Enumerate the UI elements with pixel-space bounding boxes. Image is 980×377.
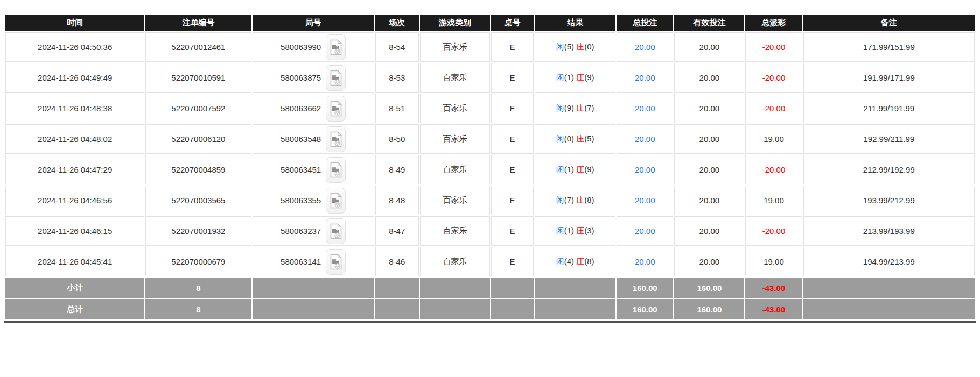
result-player-label: 闲 — [556, 103, 564, 112]
result-player-label: 闲 — [556, 195, 564, 204]
cell-valid-bet: 20.00 — [674, 124, 744, 154]
result-banker-label: 庄 — [576, 134, 584, 143]
result-banker-label: 庄 — [576, 165, 584, 174]
video-replay-button[interactable] — [326, 34, 346, 60]
cell-game-type: 百家乐 — [420, 124, 490, 154]
summary-count: 8 — [145, 278, 251, 298]
video-replay-button[interactable] — [326, 188, 346, 214]
cell-valid-bet: 20.00 — [674, 63, 744, 93]
cell-round-id: 580063662 — [253, 94, 374, 123]
cell-remark: 193.99/212.99 — [803, 186, 975, 215]
result-player-label: 闲 — [556, 226, 564, 235]
round-id-value: 580063548 — [281, 134, 321, 144]
video-icon — [330, 131, 342, 147]
col-header-result: 结果 — [535, 15, 615, 31]
summary-count: 8 — [145, 299, 251, 319]
result-player-label: 闲 — [556, 42, 564, 51]
result-banker-label: 庄 — [576, 103, 584, 112]
table-row: 2024-11-26 04:48:38 522070007592 5800636… — [5, 94, 975, 123]
cell-session: 8-49 — [375, 155, 419, 184]
cell-remark: 213.99/193.99 — [803, 216, 975, 246]
cell-session: 8-51 — [375, 94, 419, 123]
cell-session: 8-54 — [375, 32, 419, 62]
video-icon — [330, 254, 342, 270]
cell-total-bet: 20.00 — [617, 32, 673, 62]
result-banker-score: (8) — [584, 195, 594, 204]
video-replay-button[interactable] — [326, 157, 346, 183]
video-replay-button[interactable] — [326, 96, 346, 122]
cell-session: 8-53 — [375, 63, 419, 93]
summary-total-bet: 160.00 — [617, 299, 673, 319]
cell-valid-bet: 20.00 — [674, 94, 744, 123]
cell-game-type: 百家乐 — [420, 216, 490, 246]
result-banker-score: (7) — [584, 103, 594, 112]
cell-valid-bet: 20.00 — [674, 155, 744, 184]
cell-result: 闲(5) 庄(0) — [535, 32, 615, 62]
cell-session: 8-46 — [375, 247, 419, 276]
table-row: 2024-11-26 04:50:36 522070012461 5800639… — [5, 32, 975, 62]
summary-empty-cell — [253, 299, 374, 319]
cell-table-no: E — [491, 32, 534, 62]
video-icon — [330, 101, 342, 117]
col-header-round-id: 局号 — [253, 15, 374, 31]
cell-round-id: 580063451 — [253, 155, 374, 184]
round-id-value: 580063237 — [281, 226, 321, 236]
result-player-score: (1) — [564, 165, 577, 174]
result-banker-label: 庄 — [576, 195, 584, 204]
summary-empty-cell — [535, 299, 615, 319]
cell-remark: 194.99/213.99 — [803, 247, 975, 276]
cell-time: 2024-11-26 04:46:15 — [5, 216, 144, 246]
video-replay-button[interactable] — [326, 65, 346, 91]
cell-game-type: 百家乐 — [420, 155, 490, 184]
cell-total-payout: -20.00 — [745, 32, 802, 62]
round-id-value: 580063355 — [281, 196, 321, 205]
cell-valid-bet: 20.00 — [674, 186, 744, 215]
round-id-value: 580063141 — [281, 257, 321, 266]
result-banker-score: (0) — [584, 42, 594, 51]
cell-table-no: E — [491, 247, 534, 276]
cell-result: 闲(1) 庄(9) — [535, 155, 615, 184]
result-player-score: (5) — [564, 42, 577, 51]
cell-remark: 192.99/211.99 — [803, 124, 975, 154]
cell-bet-id: 522070003565 — [145, 186, 251, 215]
summary-label: 总计 — [5, 299, 144, 319]
cell-result: 闲(1) 庄(9) — [535, 63, 615, 93]
video-replay-button[interactable] — [326, 249, 346, 275]
result-banker-score: (5) — [584, 134, 594, 143]
bet-records-page: 时间 注单编号 局号 场次 游戏类别 桌号 结果 总投注 有效投注 总派彩 备注… — [0, 0, 980, 323]
cell-total-bet: 20.00 — [617, 124, 673, 154]
cell-remark: 211.99/191.99 — [803, 94, 975, 123]
summary-empty-cell — [535, 278, 615, 298]
round-id-value: 580063451 — [281, 165, 321, 174]
summary-empty-cell — [375, 278, 419, 298]
cell-total-payout: 19.00 — [745, 247, 802, 276]
video-replay-button[interactable] — [326, 126, 346, 152]
summary-empty-cell — [420, 278, 490, 298]
cell-total-bet: 20.00 — [617, 247, 673, 276]
cell-total-bet: 20.00 — [617, 155, 673, 184]
col-header-total-bet: 总投注 — [617, 15, 673, 31]
video-icon — [330, 39, 342, 55]
result-player-label: 闲 — [556, 257, 564, 266]
cell-total-payout: 19.00 — [745, 186, 802, 215]
col-header-total-payout: 总派彩 — [745, 15, 802, 31]
cell-bet-id: 522070006120 — [145, 124, 251, 154]
cell-remark: 191.99/171.99 — [803, 63, 975, 93]
cell-total-bet: 20.00 — [617, 94, 673, 123]
table-row: 2024-11-26 04:49:49 522070010591 5800638… — [5, 63, 975, 93]
table-row: 2024-11-26 04:48:02 522070006120 5800635… — [5, 124, 975, 154]
cell-total-payout: 19.00 — [745, 124, 802, 154]
cell-bet-id: 522070000679 — [145, 247, 251, 276]
table-row: 2024-11-26 04:47:29 522070004859 5800634… — [5, 155, 975, 184]
cell-game-type: 百家乐 — [420, 32, 490, 62]
col-header-valid-bet: 有效投注 — [674, 15, 744, 31]
cell-result: 闲(7) 庄(8) — [535, 186, 615, 215]
summary-empty-cell — [491, 299, 534, 319]
col-header-remark: 备注 — [803, 15, 975, 31]
col-header-time: 时间 — [5, 15, 144, 31]
cell-valid-bet: 20.00 — [674, 247, 744, 276]
video-replay-button[interactable] — [326, 218, 346, 244]
cell-result: 闲(4) 庄(8) — [535, 247, 615, 276]
summary-empty-cell — [491, 278, 534, 298]
result-player-score: (1) — [564, 226, 577, 235]
